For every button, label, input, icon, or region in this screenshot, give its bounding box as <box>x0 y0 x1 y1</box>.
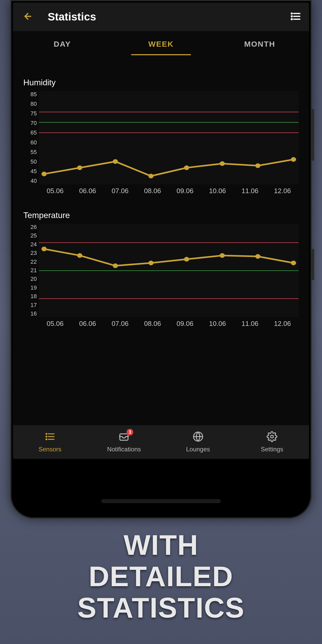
page-title: Statistics <box>48 11 290 23</box>
charts-container: Humidity 85807570656055504540 05.0606.06… <box>13 57 309 425</box>
nav-label: Notifications <box>107 446 141 453</box>
temperature-x-axis: 05.0606.0607.0608.0609.0610.0611.0612.06 <box>39 320 299 328</box>
nav-notifications[interactable]: 3 Notifications <box>87 425 161 459</box>
back-arrow-icon[interactable] <box>21 11 32 23</box>
svg-point-3 <box>291 16 292 17</box>
phone-frame: Statistics DAY WEEK MONTH Humidity 85807… <box>10 0 312 519</box>
svg-point-17 <box>113 263 118 268</box>
svg-point-10 <box>148 174 153 178</box>
bottom-nav: Sensors 3 Notifications Loung <box>13 425 309 459</box>
svg-point-25 <box>46 436 47 437</box>
svg-point-7 <box>41 172 47 176</box>
marketing-line: WITH <box>0 529 322 561</box>
temperature-chart: Temperature 2625242322212019181716 05.06… <box>23 211 299 328</box>
globe-icon <box>193 431 204 446</box>
humidity-chart-title: Humidity <box>23 78 299 87</box>
list-icon <box>45 431 55 446</box>
svg-point-18 <box>148 261 153 265</box>
humidity-y-axis: 85807570656055504540 <box>23 91 39 184</box>
svg-point-19 <box>184 257 189 262</box>
nav-label: Settings <box>261 446 283 453</box>
notification-badge: 3 <box>127 429 133 436</box>
tab-day[interactable]: DAY <box>13 33 112 55</box>
svg-point-8 <box>77 165 82 170</box>
nav-lounges[interactable]: Lounges <box>161 425 235 459</box>
humidity-x-axis: 05.0606.0607.0608.0609.0610.0611.0612.06 <box>39 187 299 195</box>
list-icon[interactable] <box>290 11 301 23</box>
tab-month[interactable]: MONTH <box>210 33 309 55</box>
svg-point-5 <box>291 19 292 20</box>
marketing-text: WITH DETAILED STATISTICS <box>0 529 322 623</box>
nav-sensors[interactable]: Sensors <box>13 425 87 459</box>
svg-point-20 <box>220 253 225 258</box>
svg-point-27 <box>46 439 47 440</box>
gear-icon <box>267 431 277 446</box>
marketing-line: DETAILED <box>0 561 322 592</box>
humidity-chart: Humidity 85807570656055504540 05.0606.06… <box>23 78 299 195</box>
marketing-line: STATISTICS <box>0 592 322 623</box>
svg-point-31 <box>271 435 274 438</box>
phone-power-button <box>312 249 314 280</box>
app-header: Statistics <box>13 3 309 31</box>
nav-label: Sensors <box>39 446 61 453</box>
temperature-y-axis: 2625242322212019181716 <box>23 224 39 317</box>
svg-point-12 <box>220 161 225 166</box>
svg-point-21 <box>255 254 261 259</box>
app-screen: Statistics DAY WEEK MONTH Humidity 85807… <box>13 3 309 459</box>
svg-point-11 <box>184 165 189 170</box>
svg-point-23 <box>46 433 47 435</box>
humidity-plot[interactable] <box>39 91 299 184</box>
tab-week[interactable]: WEEK <box>112 33 211 55</box>
nav-settings[interactable]: Settings <box>235 425 309 459</box>
temperature-chart-title: Temperature <box>23 211 299 220</box>
temperature-plot[interactable] <box>39 224 299 317</box>
svg-point-14 <box>291 157 296 162</box>
svg-point-1 <box>291 13 292 14</box>
svg-point-22 <box>291 261 296 265</box>
svg-point-16 <box>77 253 82 258</box>
svg-point-13 <box>255 163 261 168</box>
period-tabs: DAY WEEK MONTH <box>13 31 309 57</box>
nav-label: Lounges <box>186 446 210 453</box>
phone-volume-button <box>312 109 314 161</box>
svg-point-9 <box>113 159 118 164</box>
svg-point-15 <box>41 247 47 251</box>
phone-speaker <box>101 499 221 503</box>
